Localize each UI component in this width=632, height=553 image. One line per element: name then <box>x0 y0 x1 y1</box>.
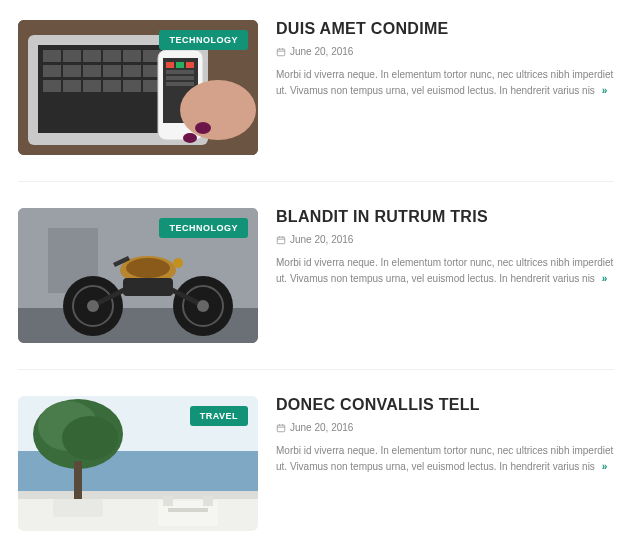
post-excerpt: Morbi id viverra neque. In elementum tor… <box>276 67 614 99</box>
post-date: June 20, 2016 <box>290 422 353 433</box>
svg-point-33 <box>180 80 256 140</box>
svg-rect-31 <box>166 76 194 80</box>
read-more-link[interactable]: » <box>602 461 608 472</box>
svg-rect-22 <box>123 80 141 92</box>
svg-rect-6 <box>83 50 101 62</box>
post-thumbnail[interactable]: TECHNOLOGY <box>18 208 258 343</box>
post-thumbnail[interactable]: TRAVEL <box>18 396 258 531</box>
read-more-link[interactable]: » <box>602 85 608 96</box>
svg-rect-4 <box>43 50 61 62</box>
svg-rect-65 <box>277 425 285 432</box>
svg-rect-8 <box>123 50 141 62</box>
post-content: DUIS AMET CONDIME June 20, 2016 Morbi id… <box>276 20 614 155</box>
svg-point-34 <box>195 122 211 134</box>
svg-rect-5 <box>63 50 81 62</box>
post-meta: June 20, 2016 <box>276 422 614 433</box>
category-badge[interactable]: TECHNOLOGY <box>159 30 248 50</box>
calendar-icon <box>276 235 286 245</box>
post-title[interactable]: BLANDIT IN RUTRUM TRIS <box>276 208 614 226</box>
svg-rect-63 <box>203 496 213 506</box>
svg-point-48 <box>126 258 170 278</box>
post-item: TRAVEL DONEC CONVALLIS TELL June 20, 201… <box>18 396 614 553</box>
post-date: June 20, 2016 <box>290 234 353 245</box>
category-badge[interactable]: TECHNOLOGY <box>159 218 248 238</box>
svg-point-43 <box>87 300 99 312</box>
svg-rect-49 <box>123 278 173 296</box>
svg-rect-32 <box>166 82 194 86</box>
post-excerpt: Morbi id viverra neque. In elementum tor… <box>276 443 614 475</box>
svg-rect-51 <box>277 237 285 244</box>
calendar-icon <box>276 47 286 57</box>
post-title[interactable]: DUIS AMET CONDIME <box>276 20 614 38</box>
svg-rect-14 <box>103 65 121 77</box>
post-date: June 20, 2016 <box>290 46 353 57</box>
svg-rect-19 <box>63 80 81 92</box>
svg-point-58 <box>62 416 118 460</box>
svg-point-50 <box>173 258 183 268</box>
post-thumbnail[interactable]: TECHNOLOGY <box>18 20 258 155</box>
svg-rect-60 <box>53 499 103 517</box>
svg-point-35 <box>183 133 197 143</box>
svg-rect-15 <box>123 65 141 77</box>
svg-rect-7 <box>103 50 121 62</box>
svg-point-46 <box>197 300 209 312</box>
svg-rect-59 <box>74 461 82 499</box>
post-content: BLANDIT IN RUTRUM TRIS June 20, 2016 Mor… <box>276 208 614 343</box>
svg-rect-20 <box>83 80 101 92</box>
svg-rect-12 <box>63 65 81 77</box>
post-item: TECHNOLOGY BLANDIT IN RUTRUM TRIS June 2… <box>18 208 614 370</box>
calendar-icon <box>276 423 286 433</box>
post-excerpt: Morbi id viverra neque. In elementum tor… <box>276 255 614 287</box>
svg-rect-18 <box>43 80 61 92</box>
svg-rect-21 <box>103 80 121 92</box>
svg-rect-30 <box>166 70 194 74</box>
post-content: DONEC CONVALLIS TELL June 20, 2016 Morbi… <box>276 396 614 531</box>
svg-rect-55 <box>18 491 258 499</box>
svg-rect-11 <box>43 65 61 77</box>
svg-rect-13 <box>83 65 101 77</box>
post-meta: June 20, 2016 <box>276 234 614 245</box>
svg-rect-64 <box>168 508 208 512</box>
post-item: TECHNOLOGY DUIS AMET CONDIME June 20, 20… <box>18 20 614 182</box>
read-more-link[interactable]: » <box>602 273 608 284</box>
svg-rect-62 <box>163 496 173 506</box>
post-title[interactable]: DONEC CONVALLIS TELL <box>276 396 614 414</box>
svg-rect-36 <box>277 49 285 56</box>
svg-rect-27 <box>166 62 174 68</box>
post-meta: June 20, 2016 <box>276 46 614 57</box>
svg-rect-29 <box>186 62 194 68</box>
category-badge[interactable]: TRAVEL <box>190 406 248 426</box>
svg-rect-28 <box>176 62 184 68</box>
